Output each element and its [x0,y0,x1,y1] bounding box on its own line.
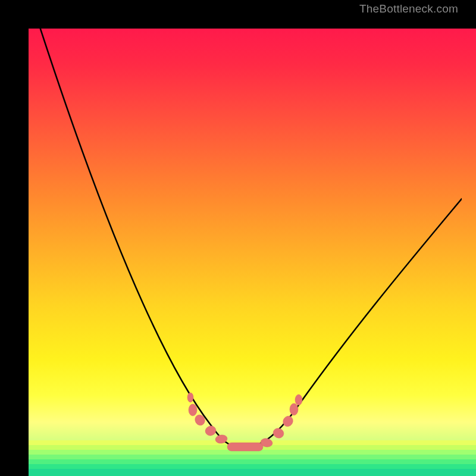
chart-frame [0,0,476,476]
plot-background-gradient [29,29,476,476]
bottom-green-bands [29,440,476,476]
watermark-text: TheBottleneck.com [359,2,458,15]
